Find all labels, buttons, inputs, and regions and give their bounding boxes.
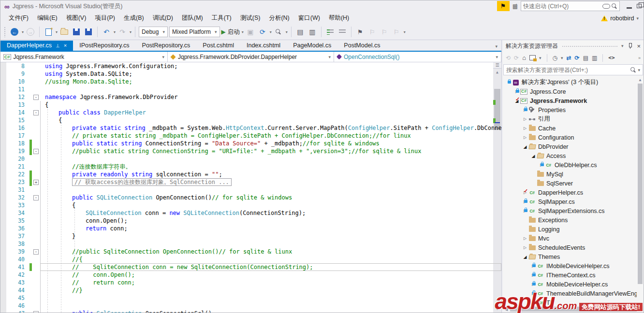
tree-expander-icon[interactable]: ▷ [522, 117, 528, 121]
menu-item-11[interactable]: 帮助(H) [324, 13, 353, 23]
outlining-margin[interactable] [32, 171, 40, 178]
close-tab-icon[interactable]: × [64, 43, 67, 48]
code-line-44[interactable]: 44//} [0, 286, 501, 294]
code-line-18[interactable]: 18public static string ConnectionString … [0, 140, 501, 147]
outlining-margin[interactable] [32, 201, 40, 209]
navigate-back-button[interactable]: ← [9, 26, 20, 38]
sync-with-active-document-button[interactable]: ⇄ [567, 55, 571, 61]
code-line-22[interactable]: 22private readonly string sqlconnection … [0, 171, 501, 178]
tree-item-DbProvider[interactable]: ◢DbProvider [503, 142, 644, 151]
menu-item-6[interactable]: 团队(M) [177, 13, 207, 23]
outlining-margin[interactable]: - [32, 248, 40, 256]
minimize-button[interactable] [627, 7, 632, 9]
scroll-up-arrow[interactable]: ▲ [637, 76, 644, 83]
outlining-margin[interactable] [32, 209, 40, 217]
code-line-42[interactable]: 42// conn.Open(); [0, 271, 501, 279]
outlining-margin[interactable]: - [32, 310, 40, 313]
solution-explorer-header[interactable]: 解决方案资源管理器 ▾ × [503, 40, 644, 52]
comment-lines-button[interactable] [325, 26, 336, 38]
attach-process-icon[interactable]: ▣ [245, 26, 256, 38]
quick-launch-box[interactable] [521, 1, 620, 11]
code-line-45[interactable]: 45 [0, 294, 501, 302]
outlining-margin[interactable] [32, 286, 40, 294]
code-line-12[interactable]: 12-namespace Jqpress.Framework.DbProvide… [0, 93, 501, 101]
code-line-32[interactable]: 32-public SQLiteConnection OpenConnectio… [0, 194, 501, 201]
close-icon[interactable]: × [637, 43, 641, 50]
outlining-margin[interactable] [32, 186, 40, 194]
uncomment-lines-button[interactable] [337, 26, 348, 38]
tab-Index.cshtml[interactable]: Index.cshtml [240, 41, 287, 51]
tree-item-SqlServer[interactable]: SqlServer [503, 179, 644, 188]
collapse-region-icon[interactable]: - [33, 195, 39, 200]
previous-bookmark-button[interactable]: ⚐ [367, 26, 378, 38]
menu-item-3[interactable]: 项目(P) [90, 13, 119, 23]
code-line-20[interactable]: 20 [0, 155, 501, 163]
outlining-margin[interactable] [32, 140, 40, 147]
outlining-margin[interactable] [32, 232, 40, 240]
code-line-33[interactable]: 33{ [0, 201, 501, 209]
collapse-region-icon[interactable]: - [33, 249, 39, 255]
outlining-margin[interactable] [32, 70, 40, 78]
tree-item-Configuration[interactable]: ▷Configuration [503, 133, 644, 142]
code-line-34[interactable]: 34SQLiteConnection conn = new SQLiteConn… [0, 209, 501, 217]
menu-item-9[interactable]: 分析(N) [264, 13, 293, 23]
chevron-down-icon[interactable]: ▾ [22, 30, 24, 34]
undo-button[interactable]: ↶ [101, 26, 112, 38]
chevron-down-icon[interactable]: ▾ [270, 30, 272, 34]
code-line-31[interactable]: 31 [0, 186, 501, 194]
outlining-margin[interactable] [32, 217, 40, 225]
tree-expander-icon[interactable]: ◢ [522, 255, 528, 259]
tree-item-MobileDeviceHelper.cs[interactable]: ▷C#MobileDeviceHelper.cs [503, 280, 644, 289]
outlining-margin[interactable] [32, 124, 40, 132]
code-line-38[interactable]: 38 [0, 240, 501, 248]
tab-DapperHelper.cs[interactable]: DapperHelper.cs⊥× [0, 41, 73, 51]
notifications-flag-button[interactable]: ⚑ [497, 1, 510, 11]
menu-item-5[interactable]: 调试(D) [148, 13, 177, 23]
outlining-margin[interactable]: - [32, 109, 40, 116]
expand-region-icon[interactable]: + [33, 180, 39, 185]
back-button[interactable]: ⟲ [506, 55, 511, 61]
tree-item-Logging[interactable]: Logging [503, 225, 644, 234]
new-file-button[interactable] [43, 26, 54, 38]
tree-item-Mvc[interactable]: ▷Mvc [503, 234, 644, 243]
code-line-17[interactable]: 17// private static string _mdbpath = Co… [0, 132, 501, 140]
outlining-margin[interactable] [32, 225, 40, 232]
chevron-down-icon[interactable]: ▾ [242, 30, 244, 34]
tab-overflow-icon[interactable]: ▾ [495, 44, 501, 51]
menu-item-2[interactable]: 视图(V) [62, 13, 91, 23]
tree-item-Access[interactable]: ◢Access [503, 151, 644, 160]
tree-item-IMobileDeviceHelper.cs[interactable]: ▷C#IMobileDeviceHelper.cs [503, 261, 644, 270]
pin-icon[interactable] [628, 43, 632, 49]
tree-item-引用[interactable]: ▷引用 [503, 114, 644, 124]
tree-item-Cache[interactable]: ▷Cache [503, 124, 644, 133]
code-line-43[interactable]: 43// return conn; [0, 279, 501, 286]
feedback-icon[interactable]: ▩̇ [512, 3, 518, 10]
tab-Post.cshtml[interactable]: Post.cshtml [196, 41, 240, 51]
code-line-46[interactable]: 46 [0, 302, 501, 310]
start-debug-button[interactable]: ▶启动 [221, 26, 240, 38]
toolbar-grip[interactable] [4, 27, 6, 37]
next-bookmark-button[interactable]: ⚐ [379, 26, 390, 38]
chevron-down-icon[interactable]: ▾ [286, 30, 288, 34]
outlining-margin[interactable]: - [32, 194, 40, 201]
tree-item-DapperHelper.cs[interactable]: ▷C#✓DapperHelper.cs [503, 188, 644, 197]
tree-item-SqlMapper.cs[interactable]: ▷C#SqlMapper.cs [503, 197, 644, 206]
code-line-39[interactable]: 39-//public SqliteConnection OpenConnect… [0, 248, 501, 256]
outlining-margin[interactable] [32, 132, 40, 140]
chevron-down-icon[interactable]: ▾ [561, 56, 563, 60]
outlining-margin[interactable] [32, 279, 40, 286]
forward-button[interactable]: ⟳ [514, 55, 519, 61]
code-line-13[interactable]: 13{ [0, 101, 501, 109]
user-account-menu[interactable]: robotbird ▾ [601, 15, 639, 22]
collapse-region-icon[interactable]: - [33, 149, 39, 154]
code-line-16[interactable]: 16private static string _mdbpath = Syste… [0, 124, 501, 132]
tree-item-Jqpress.Framework[interactable]: ◢C#✓Jqpress.Framework [503, 96, 644, 105]
window-position-icon[interactable]: ▾ [621, 43, 624, 48]
tree-expander-icon[interactable]: ▷ [522, 236, 528, 241]
menu-item-4[interactable]: 生成(B) [119, 13, 148, 23]
collapse-region-icon[interactable]: - [33, 311, 39, 313]
open-file-button[interactable] [59, 26, 70, 38]
code-line-23[interactable]: 23+// 获取access的连接数据库对象。SqlConnection ... [0, 178, 501, 186]
redo-button[interactable]: ↷ [117, 26, 128, 38]
chevron-down-icon[interactable]: ▾ [539, 56, 542, 60]
